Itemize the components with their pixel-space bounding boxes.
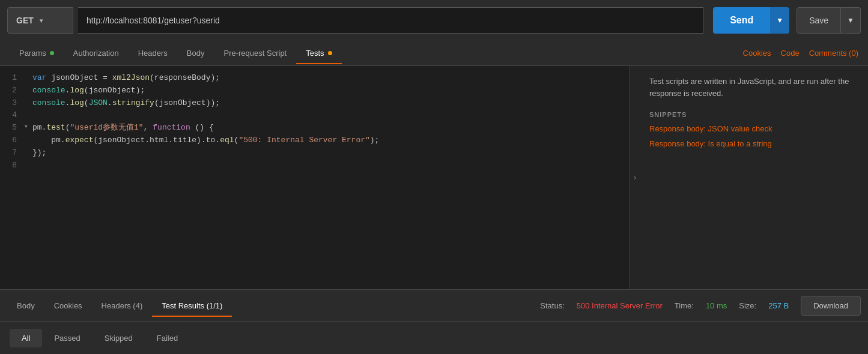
snippet-link-1[interactable]: Response body: JSON value check	[649, 124, 858, 133]
tab-body-label: Body	[187, 49, 205, 58]
download-button[interactable]: Download	[801, 296, 861, 316]
code-line-1: 1 var jsonObject = xml2Json(responseBody…	[0, 72, 630, 85]
tab-authorization-label: Authorization	[73, 49, 119, 58]
code-editor[interactable]: 1 var jsonObject = xml2Json(responseBody…	[0, 66, 630, 289]
code-line-8: 8	[0, 160, 630, 172]
code-line-3: 3 console.log(JSON.stringify(jsonObject)…	[0, 97, 630, 110]
snippets-label: SNIPPETS	[649, 111, 858, 118]
filter-bar: All Passed Skipped Failed	[0, 322, 868, 354]
code-line-7: 7 });	[0, 147, 630, 160]
save-button[interactable]: Save	[797, 7, 841, 34]
resp-tab-body[interactable]: Body	[7, 295, 44, 316]
filter-skipped[interactable]: Skipped	[93, 329, 145, 347]
tab-body[interactable]: Body	[177, 43, 214, 64]
snippets-panel: Test scripts are written in JavaScript, …	[640, 66, 868, 289]
line-num-1: 1	[0, 72, 24, 85]
filter-passed[interactable]: Passed	[42, 329, 92, 347]
line-num-6: 6	[0, 134, 24, 147]
tab-headers[interactable]: Headers	[129, 43, 177, 64]
tab-params-label: Params	[19, 49, 46, 58]
method-chevron: ▼	[38, 17, 44, 24]
status-info: Status: 500 Internal Server Error Time: …	[540, 296, 861, 316]
request-tabs-bar: Params Authorization Headers Body Pre-re…	[0, 41, 868, 66]
resp-tab-headers[interactable]: Headers (4)	[92, 295, 153, 316]
save-button-group: Save ▼	[797, 7, 861, 34]
main-content: 1 var jsonObject = xml2Json(responseBody…	[0, 66, 868, 289]
tab-tests[interactable]: Tests	[296, 43, 341, 64]
code-line-4: 4	[0, 109, 630, 122]
line-num-7: 7	[0, 147, 24, 160]
snippets-description: Test scripts are written in JavaScript, …	[649, 76, 858, 99]
resp-tab-cookies-label: Cookies	[54, 301, 82, 310]
code-line-5: 5 ▾ pm.test("userid参数无值1", function () {	[0, 122, 630, 134]
size-label: Size:	[739, 301, 756, 310]
save-dropdown[interactable]: ▼	[841, 7, 861, 34]
code-line-6: 6 pm.expect(jsonObject.html.title).to.eq…	[0, 134, 630, 147]
code-link[interactable]: Code	[781, 49, 800, 58]
cookies-link[interactable]: Cookies	[743, 49, 771, 58]
comments-link[interactable]: Comments (0)	[809, 49, 858, 58]
resp-tab-body-label: Body	[17, 301, 35, 310]
time-label: Time:	[675, 301, 694, 310]
size-value: 257 B	[768, 301, 789, 310]
tab-pre-request-label: Pre-request Script	[223, 49, 287, 58]
status-label: Status:	[540, 301, 564, 310]
scroll-indicator: ›	[630, 66, 640, 289]
send-button[interactable]: Send	[713, 7, 770, 34]
filter-all[interactable]: All	[10, 329, 42, 347]
tab-authorization[interactable]: Authorization	[64, 43, 129, 64]
code-line-2: 2 console.log(jsonObject);	[0, 85, 630, 97]
method-label: GET	[16, 16, 34, 25]
scroll-arrow-icon: ›	[634, 173, 636, 182]
tab-headers-label: Headers	[138, 49, 168, 58]
time-value: 10 ms	[706, 301, 727, 310]
params-dot	[50, 51, 54, 55]
snippet-link-2[interactable]: Response body: Is equal to a string	[649, 139, 858, 148]
resp-tab-test-results[interactable]: Test Results (1/1)	[152, 295, 232, 316]
send-dropdown[interactable]: ▼	[770, 7, 789, 34]
filter-failed[interactable]: Failed	[145, 329, 190, 347]
line-num-5: 5	[0, 122, 24, 134]
resp-tab-headers-label: Headers (4)	[102, 301, 143, 310]
tab-pre-request[interactable]: Pre-request Script	[214, 43, 296, 64]
line-num-3: 3	[0, 97, 24, 110]
response-tabs-bar: Body Cookies Headers (4) Test Results (1…	[0, 289, 868, 322]
line-num-8: 8	[0, 160, 24, 172]
resp-tab-cookies[interactable]: Cookies	[44, 295, 92, 316]
tab-params[interactable]: Params	[10, 43, 64, 64]
top-bar: GET ▼ Send ▼ Save ▼	[0, 0, 868, 41]
tests-dot	[328, 51, 332, 55]
tab-tests-label: Tests	[306, 49, 324, 58]
tabs-right: Cookies Code Comments (0)	[743, 49, 858, 58]
resp-tab-test-results-label: Test Results (1/1)	[162, 301, 222, 310]
line-num-2: 2	[0, 85, 24, 97]
url-input[interactable]	[78, 7, 703, 34]
send-button-group: Send ▼	[713, 7, 789, 34]
line-num-4: 4	[0, 109, 24, 122]
method-select[interactable]: GET ▼	[7, 7, 73, 34]
status-value: 500 Internal Server Error	[577, 301, 663, 310]
